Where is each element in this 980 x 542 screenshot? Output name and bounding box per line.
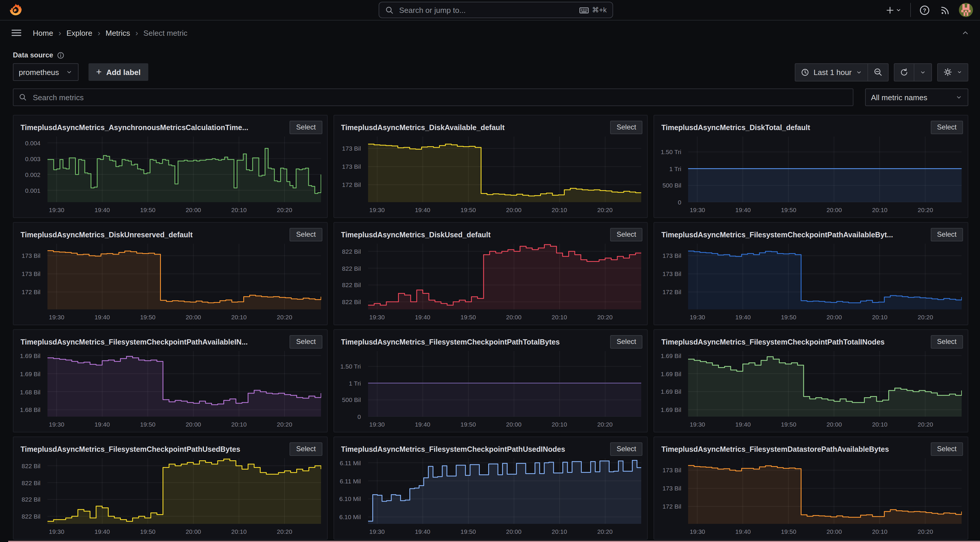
chevron-down-icon: [955, 94, 963, 101]
time-range-button[interactable]: Last 1 hour: [795, 64, 867, 81]
panel-select-button[interactable]: Select: [290, 228, 322, 242]
panel-header: TimeplusdAsyncMetrics_FilesystemCheckpoi…: [654, 223, 968, 243]
metric-panel: TimeplusdAsyncMetrics_FilesystemCheckpoi…: [13, 329, 327, 432]
breadcrumb-separator: ›: [98, 29, 100, 37]
breadcrumb-explore[interactable]: Explore: [67, 29, 92, 37]
y-axis: 173 Bil173 Bil172 Bil: [654, 458, 685, 524]
x-axis-label: 20:10: [552, 313, 567, 321]
y-axis-label: 500 Bil: [662, 182, 681, 189]
x-axis-label: 19:40: [735, 421, 751, 428]
y-axis-label: 173 Bil: [22, 252, 40, 259]
breadcrumb-home[interactable]: Home: [33, 29, 53, 37]
metric-names-filter[interactable]: All metric names: [865, 89, 968, 106]
metric-names-value: All metric names: [871, 93, 927, 102]
y-axis-label: 0.001: [25, 187, 40, 194]
y-axis: 173 Bil173 Bil172 Bil: [334, 137, 364, 202]
x-axis-label: 20:10: [231, 313, 247, 321]
panel-select-button[interactable]: Select: [610, 335, 643, 349]
x-axis-label: 19:50: [460, 421, 476, 428]
x-axis-label: 20:20: [597, 421, 613, 428]
y-axis-label: 6.10 Mil: [339, 513, 361, 520]
x-axis-label: 20:20: [597, 313, 613, 321]
chart-plot-area: [368, 351, 641, 416]
x-axis-label: 20:00: [186, 313, 201, 321]
x-axis-label: 20:10: [231, 206, 247, 213]
collapse-icon[interactable]: [960, 27, 970, 38]
grafana-app: ⌘+k ?: [0, 0, 980, 542]
chevron-down-icon: [956, 69, 963, 75]
panel-header: TimeplusdAsyncMetrics_DiskUnreserved_def…: [13, 223, 327, 243]
top-search-box[interactable]: ⌘+k: [379, 2, 613, 18]
x-axis-label: 20:20: [597, 206, 613, 213]
y-axis-label: 822 Bil: [342, 248, 361, 255]
metric-panel: TimeplusdAsyncMetrics_FilesystemCheckpoi…: [654, 222, 968, 325]
y-axis-label: 173 Bil: [662, 252, 681, 259]
time-series-chart: [368, 137, 641, 202]
x-axis: 19:3019:4019:5020:0020:1020:20: [368, 206, 641, 215]
x-axis-label: 19:30: [690, 421, 705, 428]
x-axis-label: 19:30: [369, 528, 385, 535]
zoom-out-icon: [873, 67, 883, 77]
x-axis-label: 20:00: [186, 421, 201, 428]
data-source-picker[interactable]: prometheus: [13, 63, 78, 81]
add-label-button[interactable]: + Add label: [89, 63, 148, 81]
panel-select-button[interactable]: Select: [931, 121, 963, 134]
time-series-chart: [368, 244, 641, 309]
x-axis-label: 19:30: [49, 528, 64, 535]
user-avatar[interactable]: [959, 3, 973, 17]
x-axis-label: 20:20: [277, 528, 293, 535]
breadcrumb-metrics[interactable]: Metrics: [105, 29, 130, 37]
metrics-search-input[interactable]: [32, 92, 848, 102]
panel-select-button[interactable]: Select: [610, 228, 643, 242]
breadcrumb-select-metric: Select metric: [143, 29, 187, 37]
new-button[interactable]: [884, 4, 903, 16]
metrics-search-box[interactable]: [13, 89, 853, 106]
chart-plot-area: [689, 351, 962, 416]
x-axis-label: 20:10: [872, 421, 888, 428]
settings-button[interactable]: [938, 64, 968, 81]
y-axis-label: 0.004: [25, 140, 40, 146]
panel-select-button[interactable]: Select: [290, 335, 322, 349]
x-axis-label: 19:40: [735, 313, 751, 321]
time-series-chart: [48, 244, 321, 309]
panel-select-button[interactable]: Select: [931, 442, 963, 456]
panel-select-button[interactable]: Select: [290, 121, 322, 134]
x-axis-label: 20:10: [552, 528, 567, 535]
x-axis: 19:3019:4019:5020:0020:1020:20: [368, 528, 641, 536]
time-picker-group: Last 1 hour: [795, 63, 889, 81]
grafana-logo-icon[interactable]: [8, 3, 22, 17]
top-search-input[interactable]: [398, 5, 575, 15]
refresh-button[interactable]: [894, 64, 914, 81]
metric-panel: TimeplusdAsyncMetrics_FilesystemCheckpoi…: [654, 329, 968, 432]
info-icon[interactable]: [57, 51, 64, 59]
menu-icon[interactable]: [10, 26, 24, 40]
x-axis-label: 19:30: [690, 313, 705, 321]
panel-title: TimeplusdAsyncMetrics_FilesystemCheckpoi…: [662, 230, 931, 239]
chart-plot-area: [48, 458, 321, 524]
time-series-chart: [48, 351, 321, 416]
metric-panel: TimeplusdAsyncMetrics_FilesystemCheckpoi…: [13, 437, 327, 540]
panel-select-button[interactable]: Select: [931, 228, 963, 242]
panel-select-button[interactable]: Select: [610, 442, 643, 456]
time-series-chart: [48, 458, 321, 524]
panel-title: TimeplusdAsyncMetrics_DiskUsed_default: [341, 230, 610, 239]
help-icon[interactable]: ?: [918, 3, 931, 17]
y-axis-label: 822 Bil: [22, 479, 40, 486]
metric-panel: TimeplusdAsyncMetrics_DiskUnreserved_def…: [13, 222, 327, 325]
panel-select-button[interactable]: Select: [610, 121, 643, 134]
clock-icon: [801, 68, 810, 76]
x-axis-label: 20:20: [918, 528, 933, 535]
divider: [910, 3, 911, 17]
panel-select-button[interactable]: Select: [931, 335, 963, 349]
x-axis-label: 19:40: [735, 528, 751, 535]
panel-select-button[interactable]: Select: [290, 442, 322, 456]
x-axis-label: 19:30: [690, 206, 705, 213]
keyboard-shortcut-hint: ⌘+k: [579, 5, 607, 15]
x-axis: 19:3019:4019:5020:0020:1020:20: [48, 206, 321, 215]
y-axis-label: 172 Bil: [662, 503, 681, 510]
refresh-interval-dropdown[interactable]: [914, 64, 931, 81]
y-axis-label: 173 Bil: [22, 270, 40, 277]
y-axis: 1.50 Tri1 Tri500 Bil0: [334, 351, 364, 416]
zoom-out-button[interactable]: [867, 64, 888, 81]
news-icon[interactable]: [939, 3, 952, 17]
